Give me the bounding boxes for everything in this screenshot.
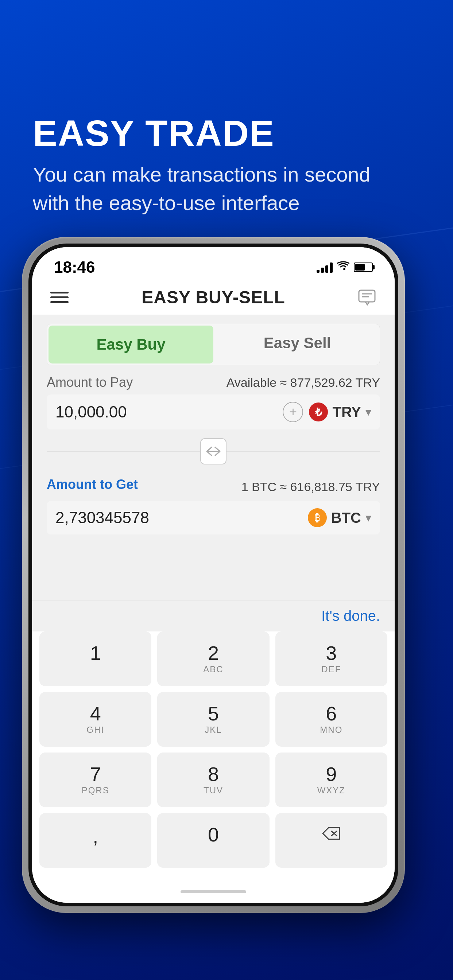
try-symbol: ₺: [315, 406, 322, 418]
amount-to-pay-input-row: 10,000.00 + ₺ TRY ▾: [47, 395, 380, 430]
phone-screen: 18:46: [32, 247, 395, 903]
key-2-letters: ABC: [161, 664, 266, 675]
key-9[interactable]: 9 WXYZ: [275, 752, 388, 807]
phone-mockup: 18:46: [22, 237, 423, 913]
key-5-letters: JKL: [161, 725, 266, 735]
wifi-icon: [337, 261, 349, 274]
key-1-letters: [43, 664, 148, 675]
key-comma[interactable]: ,: [39, 813, 152, 868]
home-indicator: [180, 890, 246, 893]
key-5-number: 5: [161, 704, 266, 723]
key-backspace[interactable]: [275, 813, 388, 868]
phone-outer-frame: 18:46: [22, 237, 405, 913]
key-6-letters: MNO: [279, 725, 384, 735]
key-2[interactable]: 2 ABC: [157, 632, 269, 686]
key-3-letters: DEF: [279, 664, 384, 675]
pay-amount-value[interactable]: 10,000.00: [56, 403, 277, 421]
swap-area: [32, 430, 395, 473]
key-1[interactable]: 1: [39, 632, 152, 686]
amount-to-get-label: Amount to Get: [47, 477, 138, 492]
key-comma-symbol: ,: [93, 825, 98, 847]
key-3-number: 3: [279, 643, 384, 663]
amount-to-pay-label: Amount to Pay: [47, 375, 133, 390]
available-balance: Available ≈ 877,529.62 TRY: [226, 375, 380, 390]
main-title: EASY TRADE: [33, 113, 431, 153]
message-icon[interactable]: [358, 290, 376, 305]
btc-icon: ₿: [308, 508, 327, 527]
phone-inner-frame: 18:46: [29, 243, 398, 906]
try-currency-selector[interactable]: ₺ TRY ▾: [309, 402, 371, 422]
key-4[interactable]: 4 GHI: [39, 692, 152, 747]
btc-currency-selector[interactable]: ₿ BTC ▾: [308, 508, 371, 527]
key-6-number: 6: [279, 704, 384, 723]
svg-rect-0: [359, 290, 375, 302]
battery-icon: [354, 262, 373, 272]
numpad-row-2: 4 GHI 5 JKL 6 MNO: [39, 692, 388, 747]
backspace-icon: [321, 825, 341, 845]
key-8-number: 8: [161, 764, 266, 784]
key-6[interactable]: 6 MNO: [275, 692, 388, 747]
key-8[interactable]: 8 TUV: [157, 752, 269, 807]
try-chevron-icon: ▾: [365, 405, 371, 419]
try-icon: ₺: [309, 402, 328, 422]
its-done-button[interactable]: It's done.: [321, 608, 380, 624]
key-8-letters: TUV: [161, 785, 266, 795]
background: EASY TRADE You can make transactions in …: [0, 0, 453, 980]
numpad-row-3: 7 PQRS 8 TUV 9 WXYZ: [39, 752, 388, 807]
spacer: [32, 535, 395, 593]
key-2-number: 2: [161, 643, 266, 663]
app-screen-title: EASY BUY-SELL: [142, 287, 285, 307]
status-bar: 18:46: [32, 247, 395, 280]
key-3[interactable]: 3 DEF: [275, 632, 388, 686]
key-0-number: 0: [161, 825, 266, 845]
header-section: EASY TRADE You can make transactions in …: [33, 113, 431, 218]
numpad: 1 2 ABC 3 DEF: [32, 632, 395, 881]
app-header: EASY BUY-SELL: [32, 280, 395, 315]
status-time: 18:46: [54, 258, 95, 276]
main-subtitle: You can make transactions in secondwith …: [33, 161, 431, 218]
btc-rate: 1 BTC ≈ 616,818.75 TRY: [241, 480, 380, 494]
menu-icon[interactable]: [50, 292, 69, 303]
key-7-number: 7: [43, 764, 148, 784]
btc-chevron-icon: ▾: [365, 511, 371, 525]
key-1-number: 1: [43, 643, 148, 663]
numpad-row-4: , 0: [39, 813, 388, 868]
key-9-letters: WXYZ: [279, 785, 384, 795]
btc-name: BTC: [331, 510, 361, 526]
tabs-container: Easy Buy Easy Sell: [47, 324, 380, 365]
swap-button[interactable]: [200, 438, 226, 465]
key-7[interactable]: 7 PQRS: [39, 752, 152, 807]
btc-symbol: ₿: [315, 512, 320, 524]
phone-bottom-bar: [32, 881, 395, 903]
sell-field-header: Amount to Get 1 BTC ≈ 616,818.75 TRY: [47, 477, 380, 496]
tab-easy-buy[interactable]: Easy Buy: [48, 326, 214, 363]
key-9-number: 9: [279, 764, 384, 784]
numpad-row-1: 1 2 ABC 3 DEF: [39, 632, 388, 686]
key-7-letters: PQRS: [43, 785, 148, 795]
plus-button[interactable]: +: [283, 402, 303, 422]
get-amount-value[interactable]: 2,730345578: [56, 509, 302, 527]
key-0[interactable]: 0: [157, 813, 269, 868]
key-4-letters: GHI: [43, 725, 148, 735]
try-name: TRY: [332, 404, 361, 420]
its-done-row: It's done.: [32, 600, 395, 632]
buy-field-header: Amount to Pay Available ≈ 877,529.62 TRY: [47, 375, 380, 390]
key-4-number: 4: [43, 704, 148, 723]
buy-form-section: Amount to Pay Available ≈ 877,529.62 TRY…: [32, 371, 395, 430]
signal-icon: [317, 262, 333, 273]
key-5[interactable]: 5 JKL: [157, 692, 269, 747]
amount-to-get-input-row: 2,730345578 ₿ BTC ▾: [47, 501, 380, 535]
tab-easy-sell[interactable]: Easy Sell: [215, 324, 380, 365]
sell-form-section: Amount to Get 1 BTC ≈ 616,818.75 TRY 2,7…: [32, 473, 395, 535]
key-0-letters: [161, 846, 266, 856]
status-icons: [317, 261, 373, 274]
